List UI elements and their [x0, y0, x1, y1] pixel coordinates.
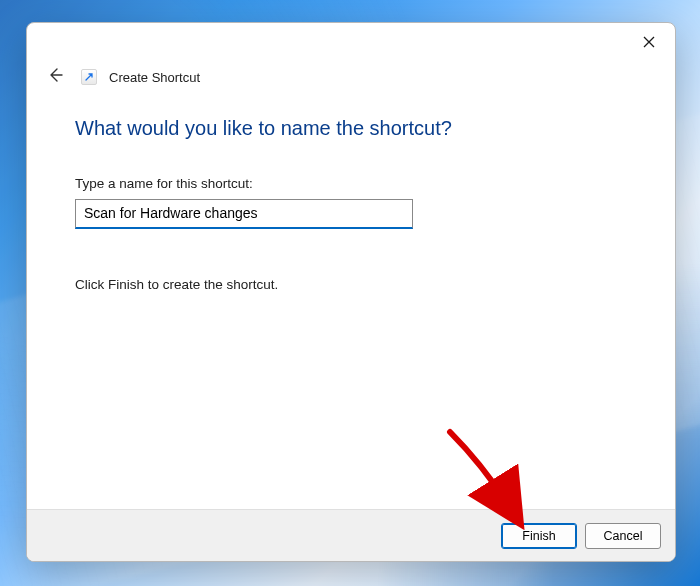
- create-shortcut-dialog: Create Shortcut What would you like to n…: [26, 22, 676, 562]
- back-button[interactable]: [41, 63, 69, 91]
- finish-button[interactable]: Finish: [501, 523, 577, 549]
- wizard-header: Create Shortcut: [27, 63, 675, 97]
- hint-text: Click Finish to create the shortcut.: [75, 277, 627, 292]
- wizard-content: What would you like to name the shortcut…: [27, 97, 675, 509]
- cancel-button[interactable]: Cancel: [585, 523, 661, 549]
- close-icon: [643, 34, 655, 52]
- wizard-title: Create Shortcut: [109, 70, 200, 85]
- shortcut-name-input[interactable]: [75, 199, 413, 229]
- button-strip: Finish Cancel: [27, 509, 675, 561]
- page-heading: What would you like to name the shortcut…: [75, 117, 627, 140]
- name-field-label: Type a name for this shortcut:: [75, 176, 627, 191]
- arrow-left-icon: [47, 67, 63, 87]
- titlebar: [27, 23, 675, 63]
- shortcut-icon: [81, 69, 97, 85]
- close-button[interactable]: [633, 29, 665, 57]
